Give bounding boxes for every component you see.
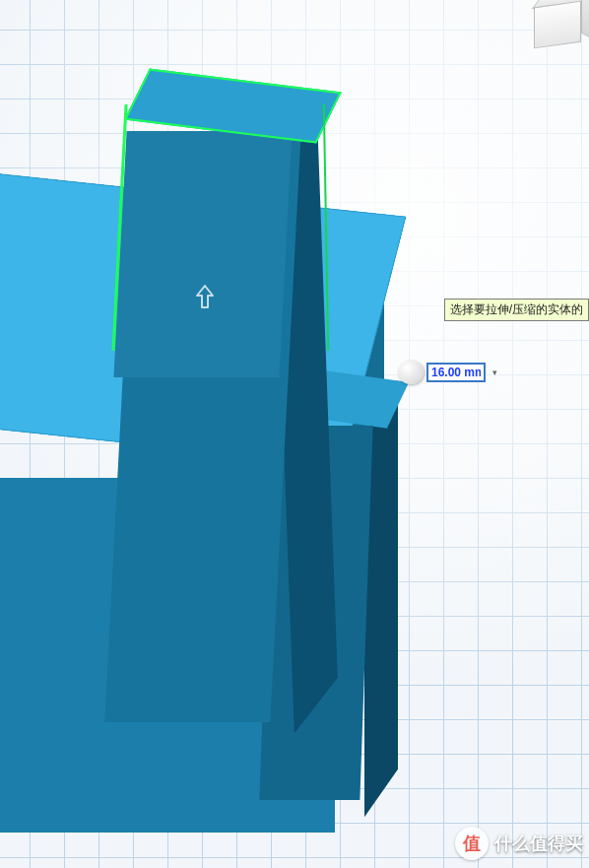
view-cube[interactable] [528,0,589,71]
dimension-dropdown-icon[interactable]: ▾ [489,367,500,378]
dimension-drag-knob[interactable] [398,361,424,384]
watermark-text: 什么值得买 [494,832,583,855]
hint-tooltip: 选择要拉伸/压缩的实体的 [444,299,589,321]
extruded-slab-front-upper [113,131,292,377]
dimension-input[interactable] [427,364,485,381]
watermark: 值 什么值得买 [455,827,583,860]
view-cube-side-face[interactable] [581,0,589,48]
3d-model-view[interactable] [0,0,589,868]
watermark-badge: 值 [455,827,489,860]
extrude-arrow-up-icon[interactable] [193,284,217,313]
dimension-control[interactable]: ▾ [398,361,500,384]
view-cube-front-face[interactable] [534,1,581,49]
